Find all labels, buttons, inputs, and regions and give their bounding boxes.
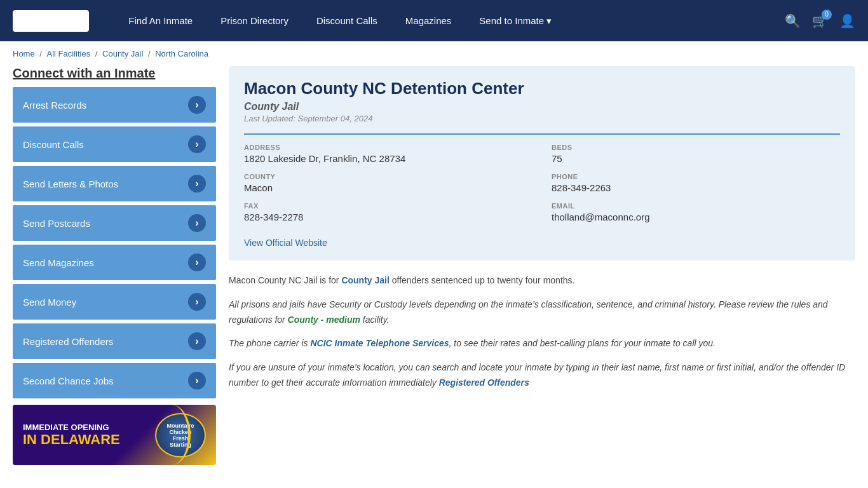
nav-send-to-inmate[interactable]: Send to Inmate ▾ (465, 0, 566, 41)
county-value: Macon (244, 182, 273, 193)
discount-calls-label: Discount Calls (23, 139, 84, 150)
view-website-link[interactable]: View Official Website (244, 238, 327, 248)
email-label: EMAIL (552, 202, 840, 210)
website-group: View Official Website (244, 238, 840, 248)
sidebar: Connect with an Inmate Arrest Records › … (13, 66, 216, 465)
navbar: inmateAID Find An Inmate Prison Director… (0, 0, 868, 41)
county-group: COUNTY Macon (244, 173, 532, 193)
send-magazines-label: Send Magazines (23, 257, 94, 268)
nav-magazines[interactable]: Magazines (391, 0, 466, 41)
facility-updated: Last Updated: September 04, 2024 (244, 114, 840, 123)
navbar-icons: 🔍 🛒 0 👤 (785, 13, 855, 29)
logo[interactable]: inmateAID (13, 10, 89, 32)
beds-group: BEDS 75 (552, 144, 840, 164)
address-group: ADDRESS 1820 Lakeside Dr, Franklin, NC 2… (244, 144, 532, 164)
registered-offenders-button[interactable]: Registered Offenders › (13, 323, 216, 359)
ad-arc-decoration (153, 405, 191, 465)
county-label: COUNTY (244, 173, 532, 180)
sidebar-title: Connect with an Inmate (13, 66, 216, 81)
breadcrumb-state[interactable]: North Carolina (155, 49, 208, 58)
send-letters-button[interactable]: Send Letters & Photos › (13, 166, 216, 201)
send-money-arrow: › (188, 293, 206, 311)
description-para4: If you are unsure of your inmate’s locat… (229, 360, 855, 391)
ncic-link[interactable]: NCIC Inmate Telephone Services (310, 338, 449, 348)
sidebar-ad-text: IMMEDIATE OPENING IN DELAWARE (23, 423, 120, 447)
send-postcards-button[interactable]: Send Postcards › (13, 205, 216, 241)
facility-type: County Jail (244, 101, 840, 112)
second-chance-jobs-button[interactable]: Second Chance Jobs › (13, 363, 216, 398)
fax-group: FAX 828-349-2278 (244, 202, 532, 222)
description-para2: All prisons and jails have Security or C… (229, 297, 855, 328)
send-money-label: Send Money (23, 297, 76, 308)
registered-offenders-label: Registered Offenders (23, 336, 113, 347)
description-para1: Macon County NC Jail is for County Jail … (229, 273, 855, 288)
second-chance-jobs-label: Second Chance Jobs (23, 376, 114, 386)
ad-delaware-text: IN DELAWARE (23, 432, 120, 447)
breadcrumb: Home / All Facilities / County Jail / No… (0, 41, 868, 66)
sidebar-ad[interactable]: IMMEDIATE OPENING IN DELAWARE MountaireC… (13, 405, 216, 465)
send-postcards-arrow: › (188, 214, 206, 232)
breadcrumb-home[interactable]: Home (13, 49, 35, 58)
registered-offenders-link[interactable]: Registered Offenders (439, 377, 529, 388)
nav-links: Find An Inmate Prison Directory Discount… (114, 0, 785, 41)
send-postcards-label: Send Postcards (23, 218, 90, 229)
fax-label: FAX (244, 202, 532, 210)
discount-calls-button[interactable]: Discount Calls › (13, 126, 216, 162)
phone-value: 828-349-2263 (552, 182, 611, 193)
county-medium-link[interactable]: County - medium (288, 315, 360, 325)
cart-badge: 0 (822, 10, 832, 20)
logo-text: inmateAID (18, 13, 84, 29)
county-jail-link[interactable]: County Jail (341, 275, 389, 285)
main-container: Connect with an Inmate Arrest Records › … (0, 66, 868, 478)
breadcrumb-county-jail[interactable]: County Jail (102, 49, 143, 58)
beds-label: BEDS (552, 144, 840, 151)
address-label: ADDRESS (244, 144, 532, 151)
beds-value: 75 (552, 153, 562, 164)
arrest-records-button[interactable]: Arrest Records › (13, 87, 216, 123)
fax-value: 828-349-2278 (244, 212, 303, 222)
send-money-button[interactable]: Send Money › (13, 284, 216, 320)
nav-discount-calls[interactable]: Discount Calls (302, 0, 391, 41)
facility-description: Macon County NC Jail is for County Jail … (229, 273, 855, 391)
send-magazines-arrow: › (188, 254, 206, 271)
phone-label: PHONE (552, 173, 840, 180)
breadcrumb-all-facilities[interactable]: All Facilities (47, 49, 91, 58)
arrest-records-label: Arrest Records (23, 100, 86, 111)
main-content: Macon County NC Detention Center County … (229, 66, 855, 465)
search-icon[interactable]: 🔍 (785, 13, 801, 29)
registered-offenders-arrow: › (188, 332, 206, 350)
address-value: 1820 Lakeside Dr, Franklin, NC 28734 (244, 153, 405, 164)
user-icon[interactable]: 👤 (839, 13, 855, 29)
facility-info-grid: ADDRESS 1820 Lakeside Dr, Franklin, NC 2… (244, 133, 840, 248)
discount-calls-arrow: › (188, 135, 206, 153)
nav-find-inmate[interactable]: Find An Inmate (114, 0, 207, 41)
arrest-records-arrow: › (188, 96, 206, 114)
send-magazines-button[interactable]: Send Magazines › (13, 245, 216, 280)
facility-name: Macon County NC Detention Center (244, 79, 840, 98)
send-letters-label: Send Letters & Photos (23, 179, 118, 189)
facility-card: Macon County NC Detention Center County … (229, 66, 855, 261)
email-group: EMAIL tholland@maconnc.org (552, 202, 840, 222)
email-value: tholland@maconnc.org (552, 212, 649, 222)
second-chance-jobs-arrow: › (188, 372, 206, 390)
description-para3: The phone carrier is NCIC Inmate Telepho… (229, 336, 855, 351)
ad-immediate-text: IMMEDIATE OPENING (23, 423, 120, 432)
cart-icon[interactable]: 🛒 0 (812, 13, 828, 29)
send-letters-arrow: › (188, 175, 206, 193)
nav-prison-directory[interactable]: Prison Directory (207, 0, 302, 41)
phone-group: PHONE 828-349-2263 (552, 173, 840, 193)
